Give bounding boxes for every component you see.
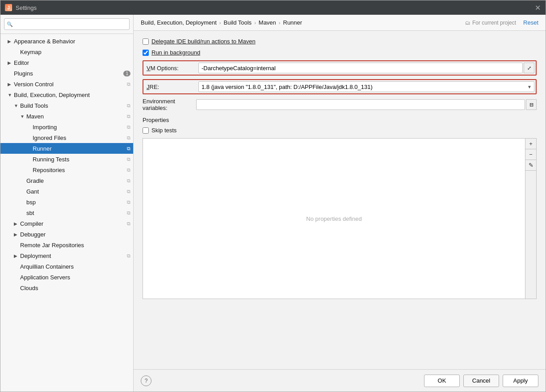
sidebar-item-label: Remote Jar Repositories [20,242,133,249]
breadcrumb-sep: › [279,20,281,25]
sidebar-item-gradle[interactable]: Gradle ⧉ [0,175,133,186]
close-button[interactable]: ✕ [534,4,541,11]
props-area: No properties defined + − ✎ [143,138,537,299]
sidebar-item-bsp[interactable]: bsp ⧉ [0,197,133,207]
arrow-icon: ▶ [14,253,20,258]
breadcrumb-maven: Maven [259,19,276,26]
breadcrumb-sep: › [219,20,221,25]
sidebar-item-sbt[interactable]: sbt ⧉ [0,207,133,218]
sidebar-item-repositories[interactable]: Repositories ⧉ [0,164,133,175]
settings-content: Delegate IDE build/run actions to Maven … [134,31,546,369]
reset-link[interactable]: Reset [523,19,538,26]
sidebar-item-runner[interactable]: Runner ⧉ [0,143,133,154]
delegate-label-text: Delegate IDE build/run actions to Maven [151,38,256,45]
jre-label: JRE: [145,84,198,90]
sidebar-item-running-tests[interactable]: Running Tests ⧉ [0,154,133,164]
remove-property-button[interactable]: − [525,149,536,160]
add-property-button[interactable]: + [525,139,536,149]
sidebar-item-label: Version Control [14,81,127,88]
background-checkbox-label[interactable]: Run in background [143,49,200,56]
edit-property-button[interactable]: ✎ [525,160,536,171]
apply-button[interactable]: Apply [503,375,538,387]
search-input[interactable] [4,18,130,30]
settings-window: J Settings ✕ ▶ Appearance & Behavior [0,0,546,392]
props-panel: No properties defined [143,138,525,299]
sidebar-item-editor[interactable]: ▶ Editor [0,57,133,68]
background-row: Run in background [143,49,537,56]
search-wrapper [4,18,130,30]
jre-select-wrapper: 1.8 (java version "1.8.0_131", path: D:/… [198,81,534,92]
vm-options-row: VM Options: ⤢ [143,60,537,76]
sidebar-item-debugger[interactable]: ▶ Debugger [0,229,133,240]
sidebar-item-maven[interactable]: ▼ Maven ⧉ [0,111,133,122]
copy-icon: ⧉ [127,210,130,216]
sidebar-item-gant[interactable]: Gant ⧉ [0,186,133,197]
jre-row: JRE: 1.8 (java version "1.8.0_131", path… [143,79,537,94]
vm-options-input[interactable] [198,63,523,73]
sidebar-item-compiler[interactable]: ▶ Compiler ⧉ [0,218,133,229]
sidebar-item-remote-jar[interactable]: Remote Jar Repositories [0,240,133,250]
arrow-icon: ▶ [8,39,14,44]
sidebar-item-build-tools[interactable]: ▼ Build Tools ⧉ [0,100,133,111]
breadcrumb-sep: › [254,20,256,25]
ok-button[interactable]: OK [424,375,460,387]
search-box [0,15,133,34]
sidebar-item-version-control[interactable]: ▶ Version Control ⧉ [0,79,133,89]
sidebar-item-label: bsp [26,199,127,206]
sidebar: ▶ Appearance & Behavior Keymap ▶ Editor … [0,15,134,392]
sidebar-item-label: Build, Execution, Deployment [14,92,133,98]
skip-tests-label[interactable]: Skip tests [143,127,176,134]
skip-tests-checkbox[interactable] [143,127,149,134]
jre-select[interactable]: 1.8 (java version "1.8.0_131", path: D:/… [198,81,534,92]
copy-icon: ⧉ [127,81,130,87]
copy-icon: ⧉ [127,135,130,141]
sidebar-item-label: Keymap [20,49,133,55]
skip-tests-text: Skip tests [151,127,176,134]
copy-icon: ⧉ [127,189,130,194]
sidebar-item-label: Runner [33,145,127,152]
copy-icon: ⧉ [127,253,130,259]
copy-icon: ⧉ [127,221,130,227]
cancel-button[interactable]: Cancel [463,375,499,387]
main-content: ▶ Appearance & Behavior Keymap ▶ Editor … [0,15,546,392]
sidebar-item-plugins[interactable]: Plugins 1 [0,68,133,79]
sidebar-item-label: Arquillian Containers [20,263,133,270]
sidebar-item-appearance[interactable]: ▶ Appearance & Behavior [0,36,133,46]
title-bar: J Settings ✕ [0,0,546,15]
env-vars-button[interactable]: ⊟ [526,99,537,110]
copy-icon: ⧉ [127,124,130,130]
sidebar-item-importing[interactable]: Importing ⧉ [0,122,133,132]
background-checkbox[interactable] [143,50,149,56]
right-panel: Build, Execution, Deployment › Build Too… [134,15,546,392]
sidebar-item-ignored-files[interactable]: Ignored Files ⧉ [0,132,133,143]
breadcrumb-build-exec: Build, Execution, Deployment [141,19,217,26]
sidebar-item-build-exec[interactable]: ▼ Build, Execution, Deployment [0,89,133,100]
sidebar-item-label: Editor [14,59,133,66]
copy-icon: ⧉ [127,199,130,205]
bottom-right: OK Cancel Apply [424,375,538,387]
sidebar-item-label: Gradle [26,177,127,184]
sidebar-item-label: sbt [26,210,127,216]
arrow-icon: ▶ [14,221,20,226]
delegate-checkbox-label[interactable]: Delegate IDE build/run actions to Maven [143,38,256,45]
sidebar-item-arquillian[interactable]: Arquillian Containers [0,261,133,272]
env-vars-input[interactable] [196,99,525,110]
help-button[interactable]: ? [141,375,151,386]
delegate-checkbox[interactable] [143,38,149,45]
sidebar-item-label: Running Tests [33,156,127,163]
env-vars-label: Environment variables: [143,98,196,111]
sidebar-item-clouds[interactable]: Clouds [0,282,133,293]
title-bar-left: J Settings [5,4,37,11]
sidebar-item-label: Debugger [20,231,133,238]
sidebar-item-keymap[interactable]: Keymap [0,46,133,57]
arrow-icon: ▶ [8,60,14,65]
sidebar-item-deployment[interactable]: ▶ Deployment ⧉ [0,250,133,261]
arrow-icon: ▼ [20,114,26,119]
sidebar-item-app-servers[interactable]: Application Servers [0,272,133,282]
window-controls: ✕ [534,4,541,11]
sidebar-item-label: Application Servers [20,274,133,281]
sidebar-item-label: Repositories [33,167,127,173]
tree-area: ▶ Appearance & Behavior Keymap ▶ Editor … [0,34,133,392]
copy-icon: ⧉ [127,103,130,109]
vm-options-expand-button[interactable]: ⤢ [524,63,534,73]
